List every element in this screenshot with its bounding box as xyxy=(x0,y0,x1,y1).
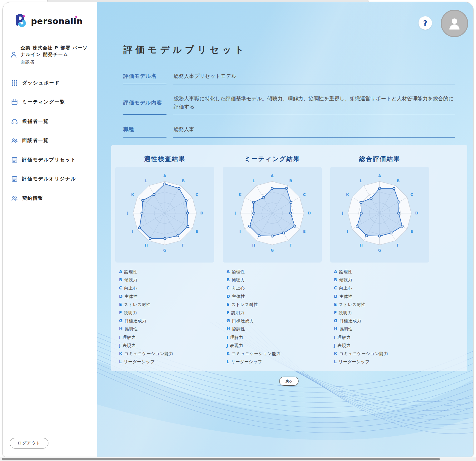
sidebar-item-candidates[interactable]: 候補者一覧 xyxy=(11,118,76,125)
legend-item: Lリーダーシップ xyxy=(334,358,429,366)
chart-column-3: 総合評価結果ABCDEFGHIJKLA論理性B傾聴力C向上心D主体性Eストレス耐… xyxy=(330,150,429,371)
model-name-field[interactable]: 総務人事プリセットモデル xyxy=(173,70,455,84)
radar-axis-label: F xyxy=(182,243,185,248)
document-icon xyxy=(11,156,18,163)
legend-item: A論理性 xyxy=(226,268,322,276)
chart-legend: A論理性B傾聴力C向上心D主体性Eストレス耐性F説明力G目標達成力H協調性I理解… xyxy=(115,268,214,366)
radar-axis-label: H xyxy=(145,243,148,248)
user-organization: 企業 株式会社 P 部署 パーソナルイン 開発チーム xyxy=(21,45,92,58)
legend-item: D主体性 xyxy=(226,292,322,300)
radar-axis-label: H xyxy=(252,243,255,248)
chart-title: 総合評価結果 xyxy=(330,155,429,163)
legend-item: H協調性 xyxy=(226,325,322,333)
radar-chart: ABCDEFGHIJKL xyxy=(115,167,214,263)
radar-axis-label: D xyxy=(308,211,311,215)
chart-column-1: 適性検査結果ABCDEFGHIJKLA論理性B傾聴力C向上心D主体性Eストレス耐… xyxy=(115,150,214,371)
legend-item: F説明力 xyxy=(119,308,214,317)
legend-item: C向上心 xyxy=(119,284,214,292)
radar-axis-label: K xyxy=(131,193,134,197)
avatar[interactable] xyxy=(441,10,468,37)
form-row-model-name: 評価モデル名 総務人事プリセットモデル xyxy=(123,70,455,84)
radar-axis-label: K xyxy=(239,193,242,197)
sidebar-item-label: 評価モデルプリセット xyxy=(22,157,76,163)
app-window: personalin 企業 株式会社 P 部署 パーソナルイン 開発チーム 面談… xyxy=(2,2,474,457)
sidebar-item-contract[interactable]: 契約情報 xyxy=(11,194,76,202)
radar-axis-label: A xyxy=(163,174,166,178)
radar-axis-label: L xyxy=(360,179,362,183)
legend-item: D主体性 xyxy=(334,292,429,300)
chart-legend: A論理性B傾聴力C向上心D主体性Eストレス耐性F説明力G目標達成力H協調性I理解… xyxy=(223,268,322,366)
radar-axis-label: E xyxy=(303,229,305,234)
brand-i-dot xyxy=(75,16,77,18)
legend-item: B傾聴力 xyxy=(226,276,322,284)
model-description-field[interactable]: 総務人事職に特化した評価基準モデル。傾聴力、理解力、協調性を重視し、組織運営サポ… xyxy=(173,93,455,115)
radar-axis-label: B xyxy=(289,179,292,183)
browser-bottom-scrollbar-track xyxy=(0,457,476,461)
radar-axis-label: G xyxy=(378,248,381,253)
legend-item: C向上心 xyxy=(334,284,429,292)
form-row-job-type: 職種 総務人事 xyxy=(123,123,455,138)
sidebar-item-interviewers[interactable]: 面談者一覧 xyxy=(11,137,76,144)
sidebar: personalin 企業 株式会社 P 部署 パーソナルイン 開発チーム 面談… xyxy=(3,2,97,457)
legend-item: G目標達成力 xyxy=(334,317,429,325)
legend-item: G目標達成力 xyxy=(119,317,214,325)
chart-title: 適性検査結果 xyxy=(115,155,214,163)
radar-axis-label: J xyxy=(234,211,236,215)
radar-axis-label: A xyxy=(378,174,381,178)
radar-axis-label: I xyxy=(132,229,133,234)
results-panel: 適性検査結果ABCDEFGHIJKLA論理性B傾聴力C向上心D主体性Eストレス耐… xyxy=(111,145,467,371)
field-label: 職種 xyxy=(123,123,166,138)
legend-item: J表現力 xyxy=(334,341,429,349)
legend-item: J表現力 xyxy=(119,341,214,349)
radar-axis-label: C xyxy=(196,193,198,197)
browser-top-scrollbar[interactable] xyxy=(47,0,369,2)
browser-bottom-scrollbar-thumb[interactable] xyxy=(2,458,440,460)
people-icon xyxy=(11,137,18,144)
evaluation-model-form: 評価モデル名 総務人事プリセットモデル 評価モデル内容 総務人事職に特化した評価… xyxy=(123,70,455,146)
sidebar-item-model-original[interactable]: 評価モデルオリジナル xyxy=(11,175,76,183)
radar-axis-label: K xyxy=(346,193,349,197)
radar-axis-label: F xyxy=(290,243,292,248)
radar-axis-label: A xyxy=(271,174,274,178)
help-button[interactable]: ? xyxy=(419,16,432,30)
logout-button[interactable]: ログアウト xyxy=(10,438,48,448)
page-title: 評価モデルプリセット xyxy=(123,44,247,56)
sidebar-item-meetings[interactable]: ミーティング一覧 xyxy=(11,98,76,106)
legend-item: D主体性 xyxy=(119,292,214,300)
radar-axis-label: G xyxy=(163,248,166,253)
radar-chart: ABCDEFGHIJKL xyxy=(330,167,429,263)
radar-axis-label: I xyxy=(239,229,240,234)
user-role: 面談者 xyxy=(21,59,92,65)
main-content: ? 評価モデルプリセット 評価モデル名 総務人事プリセットモデル 評価モデル内容… xyxy=(97,2,473,457)
legend-item: Lリーダーシップ xyxy=(119,358,214,366)
radar-axis-label: I xyxy=(347,229,348,234)
radar-axis-label: L xyxy=(145,179,147,183)
person-icon xyxy=(10,51,18,59)
brand-logo: personalin xyxy=(14,13,83,28)
sidebar-item-label: 面談者一覧 xyxy=(22,138,49,143)
sidebar-item-dashboard[interactable]: ダッシュボード xyxy=(11,79,76,87)
legend-item: I理解力 xyxy=(334,333,429,341)
legend-item: I理解力 xyxy=(226,333,322,341)
radar-axis-label: B xyxy=(397,179,399,183)
people-icon xyxy=(11,195,18,202)
radar-axis-label: G xyxy=(271,248,274,253)
brand-name: personalin xyxy=(31,16,83,26)
sidebar-item-model-preset[interactable]: 評価モデルプリセット xyxy=(11,156,76,163)
avatar-person-icon xyxy=(446,15,463,32)
chart-legend: A論理性B傾聴力C向上心D主体性Eストレス耐性F説明力G目標達成力H協調性I理解… xyxy=(330,268,429,366)
job-type-field[interactable]: 総務人事 xyxy=(173,123,455,138)
radar-axis-label: F xyxy=(397,243,399,248)
back-button[interactable]: 戻る xyxy=(279,377,299,386)
legend-item: Eストレス耐性 xyxy=(119,300,214,308)
chart-column-2: ミーティング結果ABCDEFGHIJKLA論理性B傾聴力C向上心D主体性Eストレ… xyxy=(223,150,322,371)
radar-axis-label: C xyxy=(303,193,306,197)
sidebar-nav: ダッシュボード ミーティング一覧 候補者一覧 xyxy=(11,79,76,214)
dashboard-grid-icon xyxy=(11,79,18,87)
legend-item: A論理性 xyxy=(334,268,429,276)
sidebar-item-label: 候補者一覧 xyxy=(22,118,49,124)
legend-item: Kコミュニケーション能力 xyxy=(226,349,322,358)
legend-item: Eストレス耐性 xyxy=(226,300,322,308)
personalin-logo-icon xyxy=(14,13,28,28)
radar-axis-label: B xyxy=(182,179,185,183)
